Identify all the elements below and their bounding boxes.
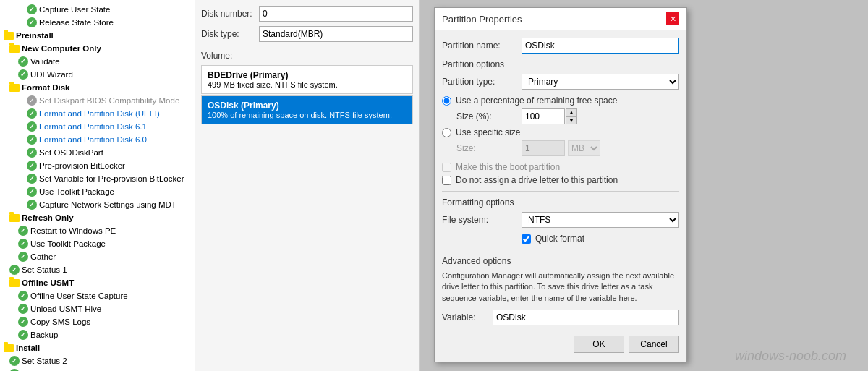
tree-item-gather[interactable]: ✓Gather bbox=[0, 250, 195, 263]
tree-item-set-ossdiskpart[interactable]: ✓Set OSDDiskPart bbox=[0, 146, 195, 159]
size-row: Size: MB GB bbox=[456, 140, 679, 156]
green-check-icon: ✓ bbox=[26, 173, 38, 184]
use-specific-size-label: Use specific size bbox=[456, 127, 520, 137]
variable-input[interactable] bbox=[493, 310, 679, 325]
tree-item-offline-user-state[interactable]: ✓Offline User State Capture bbox=[0, 289, 195, 302]
tree-item-set-status-2[interactable]: ✓Set Status 2 bbox=[0, 354, 195, 367]
volume-item-title: BDEDrive (Primary) bbox=[208, 70, 407, 80]
folder-icon bbox=[3, 342, 14, 354]
tree-item-set-status-1[interactable]: ✓Set Status 1 bbox=[0, 263, 195, 276]
tree-item-label: Backup bbox=[30, 331, 58, 339]
size-percent-row: Size (%): ▲ ▼ bbox=[456, 108, 679, 124]
use-percentage-row: Use a percentage of remaining free space bbox=[442, 95, 679, 106]
tree-item-capture-user-state[interactable]: ✓Capture User State bbox=[0, 3, 195, 16]
tree-item-label: Offline User State Capture bbox=[30, 291, 128, 300]
green-check-icon: ✓ bbox=[17, 251, 29, 263]
watermark: windows-noob.com bbox=[735, 349, 846, 364]
tree-item-label: Set Status 2 bbox=[22, 357, 67, 365]
ok-button[interactable]: OK bbox=[574, 336, 624, 353]
quick-format-label: Quick format bbox=[535, 234, 584, 244]
file-system-label: File system: bbox=[442, 215, 522, 225]
tree-item-format-partition-60[interactable]: ✓Format and Partition Disk 6.0 bbox=[0, 133, 195, 146]
folder-icon bbox=[9, 277, 20, 289]
advanced-options-label: Advanced options bbox=[442, 256, 679, 266]
tree-item-set-variable-preprovision[interactable]: ✓Set Variable for Pre-provision BitLocke… bbox=[0, 172, 195, 185]
tree-item-use-toolkit-package[interactable]: ✓Use Toolkit Package bbox=[0, 185, 195, 198]
volume-item-osdisk[interactable]: OSDisk (Primary)100% of remaining space … bbox=[201, 95, 413, 124]
size-percent-spinner[interactable]: ▲ ▼ bbox=[566, 108, 577, 124]
partition-name-row: Partition name: bbox=[442, 38, 679, 54]
quick-format-checkbox[interactable] bbox=[522, 234, 531, 244]
tree-item-copy-sms-logs[interactable]: ✓Copy SMS Logs bbox=[0, 315, 195, 328]
boot-partition-checkbox bbox=[442, 163, 451, 172]
use-percentage-radio[interactable] bbox=[442, 96, 451, 106]
dialog-close-button[interactable]: ✕ bbox=[666, 12, 679, 25]
size-percent-label: Size (%): bbox=[456, 111, 522, 121]
disk-type-input[interactable] bbox=[259, 26, 413, 42]
tree-item-backup[interactable]: ✓Backup bbox=[0, 328, 195, 341]
no-drive-letter-checkbox[interactable] bbox=[442, 176, 451, 185]
folder-icon bbox=[9, 82, 20, 93]
tree-item-label: Format and Partition Disk 6.1 bbox=[39, 122, 147, 131]
tree-item-label: Format and Partition Disk (UEFI) bbox=[39, 109, 160, 118]
task-sequence-tree[interactable]: ✓Capture User State✓Release State StoreP… bbox=[0, 0, 195, 371]
use-percentage-label: Use a percentage of remaining free space bbox=[456, 95, 617, 106]
tree-item-label: Use Toolkit Package bbox=[39, 187, 114, 196]
size-percent-input[interactable] bbox=[522, 108, 565, 124]
green-check-icon: ✓ bbox=[26, 186, 38, 197]
tree-item-label: Pre-provision BitLocker bbox=[39, 161, 125, 170]
green-check-icon: ✓ bbox=[9, 264, 20, 276]
tree-item-set-variable-drive-letter[interactable]: ✓Set Variable for Drive Letter bbox=[0, 367, 195, 371]
disk-number-input[interactable] bbox=[259, 6, 413, 22]
tree-item-set-diskpart-bios[interactable]: ✓Set Diskpart BIOS Compatibility Mode bbox=[0, 94, 195, 107]
green-check-icon: ✓ bbox=[26, 199, 38, 210]
green-check-icon: ✓ bbox=[9, 355, 20, 367]
tree-item-label: Use Toolkit Package bbox=[30, 239, 106, 248]
tree-item-unload-usmt-hive[interactable]: ✓Unload USMT Hive bbox=[0, 302, 195, 315]
tree-item-capture-network-settings[interactable]: ✓Capture Network Settings using MDT bbox=[0, 198, 195, 211]
green-check-icon: ✓ bbox=[26, 121, 38, 132]
tree-item-new-computer-only[interactable]: New Computer Only bbox=[0, 42, 195, 55]
spinner-up[interactable]: ▲ bbox=[566, 108, 577, 116]
tree-item-preinstall[interactable]: Preinstall bbox=[0, 29, 195, 42]
tree-item-label: Format and Partition Disk 6.0 bbox=[39, 135, 147, 144]
folder-icon bbox=[9, 212, 20, 223]
tree-item-install[interactable]: Install bbox=[0, 341, 195, 354]
tree-item-use-toolkit-package2[interactable]: ✓Use Toolkit Package bbox=[0, 237, 195, 250]
spinner-down[interactable]: ▼ bbox=[566, 116, 577, 124]
tree-item-label: Set Diskpart BIOS Compatibility Mode bbox=[39, 96, 179, 105]
file-system-select[interactable]: NTFS FAT32 FAT bbox=[522, 212, 679, 228]
partition-type-select[interactable]: Primary Extended Logical EFI MSR bbox=[522, 74, 679, 90]
tree-item-label: Refresh Only bbox=[22, 213, 74, 222]
green-check-icon: ✓ bbox=[26, 147, 38, 158]
tree-item-label: Release State Store bbox=[39, 18, 114, 27]
tree-item-label: Capture User State bbox=[39, 5, 110, 14]
variable-label: Variable: bbox=[442, 312, 493, 323]
disk-type-label: Disk type: bbox=[201, 29, 259, 39]
no-drive-letter-row: Do not assign a drive letter to this par… bbox=[442, 175, 679, 185]
tree-item-offline-usmt[interactable]: Offline USMT bbox=[0, 276, 195, 289]
tree-item-release-state-store[interactable]: ✓Release State Store bbox=[0, 16, 195, 29]
tree-item-udi-wizard[interactable]: ✓UDI Wizard bbox=[0, 68, 195, 81]
green-check-icon: ✓ bbox=[17, 316, 29, 328]
partition-properties-dialog: Partition Properties ✕ Partition name: P… bbox=[434, 7, 687, 362]
tree-item-format-partition-61[interactable]: ✓Format and Partition Disk 6.1 bbox=[0, 120, 195, 133]
tree-item-label: Preinstall bbox=[16, 31, 54, 40]
use-specific-size-radio[interactable] bbox=[442, 128, 451, 137]
cancel-button[interactable]: Cancel bbox=[629, 336, 679, 353]
tree-item-refresh-only[interactable]: Refresh Only bbox=[0, 211, 195, 224]
dialog-buttons: OK Cancel bbox=[442, 333, 679, 354]
tree-item-preprovision-bitlocker[interactable]: ✓Pre-provision BitLocker bbox=[0, 159, 195, 172]
tree-item-label: New Computer Only bbox=[22, 44, 101, 53]
tree-item-format-disk[interactable]: Format Disk bbox=[0, 81, 195, 94]
partition-name-input[interactable] bbox=[522, 38, 679, 54]
tree-item-format-partition-uefi[interactable]: ✓Format and Partition Disk (UEFI) bbox=[0, 107, 195, 120]
volume-item-bde-drive[interactable]: BDEDrive (Primary)499 MB fixed size. NTF… bbox=[201, 65, 413, 94]
volume-item-desc: 100% of remaining space on disk. NTFS fi… bbox=[208, 111, 407, 119]
tree-item-label: Validate bbox=[30, 57, 60, 66]
tree-item-validate[interactable]: ✓Validate bbox=[0, 55, 195, 68]
tree-item-restart-windows-pe[interactable]: ✓Restart to Windows PE bbox=[0, 224, 195, 237]
quick-format-row: Quick format bbox=[522, 234, 679, 244]
green-check-icon: ✓ bbox=[26, 160, 38, 171]
green-check-icon: ✓ bbox=[9, 368, 20, 371]
